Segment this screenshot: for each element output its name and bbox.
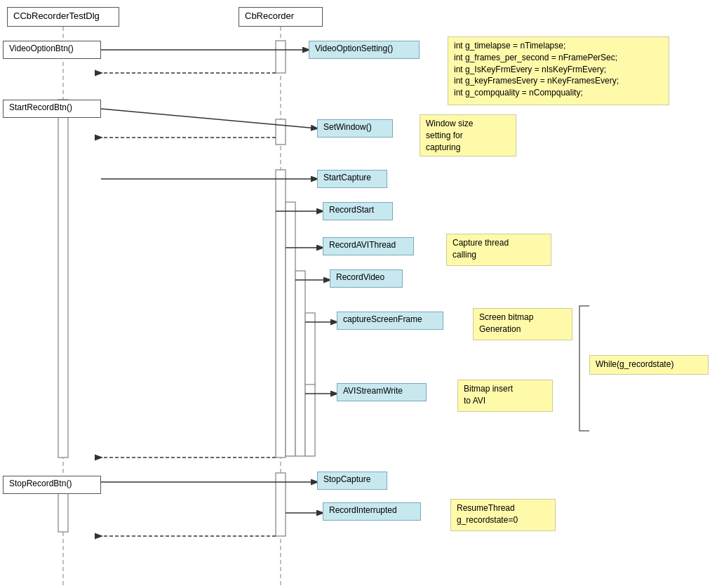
svg-rect-2 [58, 100, 68, 457]
note-resume-thread: ResumeThread g_recordstate=0 [450, 499, 556, 531]
note-capture-thread: Capture thread calling [446, 234, 551, 266]
svg-rect-4 [276, 41, 286, 73]
note-while-loop: While(g_recordstate) [589, 355, 709, 375]
method-stopcapture: StopCapture [317, 472, 387, 490]
actor-cb: CbRecorder [239, 7, 323, 27]
note-screen-bitmap: Screen bitmap Generation [473, 308, 572, 340]
svg-rect-11 [305, 385, 315, 456]
svg-rect-9 [295, 271, 305, 456]
method-avistreamwrite: AVIStreamWrite [337, 383, 427, 401]
note-video-option: int g_timelapse = nTimelapse; int g_fram… [448, 36, 669, 105]
method-startcapture: StartCapture [317, 170, 387, 188]
method-recordstart: RecordStart [323, 202, 393, 220]
method-setwindow: SetWindow() [317, 119, 393, 138]
caller-start-btn: StartRecordBtn() [3, 100, 101, 118]
note-bitmap-insert: Bitmap insert to AVI [457, 380, 553, 412]
method-capturescreenframe: captureScreenFrame [337, 312, 443, 330]
method-recordvideo: RecordVideo [330, 269, 403, 288]
svg-rect-10 [305, 313, 315, 386]
caller-stop-btn: StopRecordBtn() [3, 476, 101, 494]
svg-rect-5 [276, 119, 286, 145]
method-recordinterrupted: RecordInterrupted [323, 502, 421, 521]
svg-rect-8 [286, 202, 295, 456]
caller-video-btn: VideoOptionBtn() [3, 41, 101, 59]
note-setwindow: Window size setting for capturing [420, 114, 516, 156]
method-video-option: VideoOptionSetting() [309, 41, 420, 59]
method-recordavithread: RecordAVIThread [323, 237, 414, 255]
svg-rect-6 [276, 170, 286, 457]
actor-ccb: CCbRecorderTestDlg [7, 7, 119, 27]
sequence-diagram: CCbRecorderTestDlg CbRecorder VideoOptio… [0, 0, 724, 588]
svg-line-14 [101, 109, 317, 128]
